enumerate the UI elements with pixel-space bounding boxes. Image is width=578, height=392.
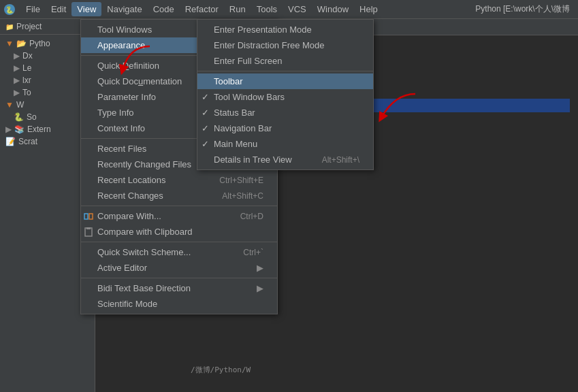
separator-app-1 [197,71,373,71]
separator-5 [81,278,277,278]
project-info: Python [E:\work\个人\微博 [475,3,575,15]
menu-fullscreen[interactable]: Enter Full Screen [197,53,373,69]
menu-main-menu[interactable]: ✓ Main Menu [197,136,373,152]
sidebar-tab-label: Project [16,22,42,31]
menubar: 🐍 File Edit View Navigate Code Refactor … [0,0,578,19]
appearance-submenu[interactable]: Enter Presentation Mode Enter Distractio… [197,19,374,170]
menu-tools[interactable]: Tools [251,2,283,16]
menu-refactor[interactable]: Refactor [180,2,224,16]
menu-bidi-text[interactable]: Bidi Text Base Direction ▶ [81,280,277,296]
menu-tool-window-bars[interactable]: ✓ Tool Window Bars [197,89,373,105]
menu-edit[interactable]: Edit [46,2,71,16]
menu-details-tree[interactable]: Details in Tree View Alt+Shift+\ [197,152,373,167]
menu-vcs[interactable]: VCS [283,2,312,16]
menu-code[interactable]: Code [148,2,180,16]
menu-recent-locations[interactable]: Recent Locations Ctrl+Shift+E [81,172,277,188]
menu-quick-switch[interactable]: Quick Switch Scheme... Ctrl+` [81,244,277,260]
menu-compare-clipboard[interactable]: Compare with Clipboard [81,224,277,240]
menu-navigate[interactable]: Navigate [101,2,147,16]
menu-toolbar[interactable]: Toolbar [197,74,373,89]
menu-compare-with[interactable]: Compare With... Ctrl+D [81,208,277,224]
separator-4 [81,242,277,242]
svg-text:🐍: 🐍 [5,5,14,14]
svg-rect-5 [86,227,91,229]
svg-rect-3 [89,214,93,219]
menu-active-editor[interactable]: Active Editor ▶ [81,260,277,276]
separator-3 [81,206,277,206]
path-label: /微博/Python/W [191,365,251,376]
svg-rect-2 [84,214,88,219]
menu-help[interactable]: Help [354,2,383,16]
menu-presentation-mode[interactable]: Enter Presentation Mode [197,22,373,37]
menu-file[interactable]: File [20,2,46,16]
menu-status-bar[interactable]: ✓ Status Bar [197,105,373,120]
menu-distraction-free[interactable]: Enter Distraction Free Mode [197,37,373,53]
menu-scientific-mode[interactable]: Scientific Mode [81,296,277,312]
app-logo: 🐍 [3,3,16,16]
menu-view[interactable]: View [71,2,101,16]
menu-navigation-bar[interactable]: ✓ Navigation Bar [197,120,373,136]
menu-run[interactable]: Run [224,2,251,16]
menu-window[interactable]: Window [312,2,354,16]
menu-recent-changes[interactable]: Recent Changes Alt+Shift+C [81,188,277,203]
